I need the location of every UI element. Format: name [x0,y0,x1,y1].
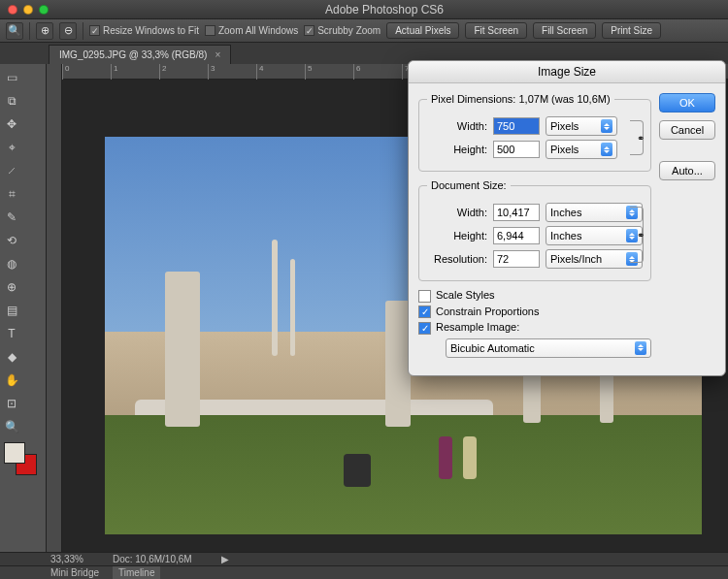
tool-button[interactable]: ⟲ [1,230,22,251]
zoom-in-icon[interactable]: ⊕ [36,22,53,40]
photo-person [439,436,452,479]
tool-button[interactable]: ⧉ [1,90,22,112]
pixel-width-input[interactable] [493,117,540,135]
pixel-dimensions-group: Pixel Dimensions: 1,07M (was 10,6M) Widt… [418,93,651,172]
scale-styles-checkbox[interactable]: Scale Styles [418,289,651,303]
tool-button[interactable]: ▭ [1,67,22,88]
tool-button[interactable]: ⟋ [1,160,22,181]
timeline-tab[interactable]: Timeline [113,566,160,579]
fit-screen-button[interactable]: Fit Screen [465,22,527,39]
zoom-level[interactable]: 33,33% [50,554,83,564]
constrain-link-icon: ⚭ [630,120,644,155]
doc-width-unit-select[interactable]: Inches [546,203,643,222]
minimize-window-button[interactable] [23,5,33,15]
scrubby-zoom-checkbox[interactable]: Scrubby Zoom [304,25,381,36]
pixel-height-input[interactable] [493,141,540,158]
app-title: Adobe Photoshop CS6 [49,3,720,16]
resample-label: Resample Image: [436,321,519,333]
pixel-height-unit-select[interactable]: Pixels [546,140,617,159]
ok-button[interactable]: OK [659,93,715,113]
tools-panel: ▭⧉✥⌖⟋⌗✎⟲◍⊕▤T◆✋⊡🔍 [0,64,47,552]
width-label: Width: [427,120,487,132]
tool-button[interactable]: ✋ [1,370,22,391]
width-label: Width: [427,207,487,218]
photo-obelisk [272,240,278,356]
options-bar: 🔍 ⊕ ⊖ Resize Windows to Fit Zoom All Win… [0,19,728,43]
actual-pixels-button[interactable]: Actual Pixels [386,22,459,39]
tool-button[interactable]: T [1,323,22,344]
auto-button[interactable]: Auto... [659,161,715,180]
tool-button[interactable]: 🔍 [1,416,22,437]
select-arrows-icon [635,341,646,355]
unit-label: Pixels [550,144,579,155]
select-arrows-icon [601,143,612,156]
photo-grass [105,415,702,534]
resize-to-fit-label: Resize Windows to Fit [103,25,199,36]
image-size-dialog: Image Size Pixel Dimensions: 1,07M (was … [408,60,726,376]
play-icon[interactable]: ▶ [221,554,229,564]
pixel-dimensions-legend: Pixel Dimensions: 1,07M (was 10,6M) [427,93,614,105]
doc-height-input[interactable] [493,227,540,244]
tool-button[interactable]: ✎ [1,207,22,228]
resample-image-checkbox[interactable]: Resample Image: [418,321,651,335]
bottom-panel-tabs: Mini Bridge Timeline [0,565,728,579]
document-tab-label: IMG_0295.JPG @ 33,3% (RGB/8) [59,49,207,60]
document-tab[interactable]: IMG_0295.JPG @ 33,3% (RGB/8) × [49,45,231,64]
divider [83,22,83,40]
doc-info: Doc: 10,6M/10,6M [113,554,192,564]
zoom-all-checkbox[interactable]: Zoom All Windows [205,25,298,36]
tool-button[interactable]: ◍ [1,253,22,274]
close-window-button[interactable] [8,5,17,15]
foreground-color-swatch[interactable] [4,442,25,464]
photo-statue [165,272,200,427]
unit-label: Inches [550,230,581,241]
cancel-button[interactable]: Cancel [659,120,715,140]
unit-label: Inches [550,207,581,218]
photo-trashcan [344,454,371,487]
tool-button[interactable]: ⌗ [1,183,22,205]
scrubby-label: Scrubby Zoom [317,25,381,36]
resize-to-fit-checkbox[interactable]: Resize Windows to Fit [89,25,199,36]
dialog-title: Image Size [409,61,725,83]
doc-height-unit-select[interactable]: Inches [546,226,643,245]
height-label: Height: [427,144,487,155]
height-label: Height: [427,230,487,241]
close-tab-icon[interactable]: × [215,49,220,60]
resolution-input[interactable] [493,250,540,268]
photo-person [463,436,477,479]
fill-screen-button[interactable]: Fill Screen [533,22,596,39]
zoom-tool-icon[interactable]: 🔍 [6,22,23,40]
color-swatches[interactable] [0,442,43,481]
zoom-all-label: Zoom All Windows [218,25,298,36]
resolution-label: Resolution: [427,253,487,265]
tool-button[interactable]: ✥ [1,113,22,135]
window-titlebar: Adobe Photoshop CS6 [0,0,728,19]
ruler-vertical[interactable] [47,64,62,552]
zoom-out-icon[interactable]: ⊖ [59,22,77,40]
constrain-label: Constrain Proportions [436,306,539,317]
constrain-link-icon: ⚭ [630,207,644,263]
select-arrows-icon [601,119,612,133]
zoom-window-button[interactable] [39,5,49,15]
divider [29,22,30,40]
unit-label: Pixels [550,120,579,132]
tool-button[interactable]: ◆ [1,346,22,368]
doc-width-input[interactable] [493,204,540,221]
document-size-group: Document Size: Width: Inches Height: Inc… [418,179,651,281]
resample-method-select[interactable]: Bicubic Automatic [446,338,651,358]
tool-button[interactable]: ▤ [1,300,22,321]
mini-bridge-tab[interactable]: Mini Bridge [50,567,99,578]
status-bar: 33,33% Doc: 10,6M/10,6M ▶ [0,552,728,565]
resolution-unit-select[interactable]: Pixels/Inch [546,249,643,269]
print-size-button[interactable]: Print Size [602,22,661,39]
unit-label: Pixels/Inch [550,253,602,265]
tool-button[interactable]: ⌖ [1,137,22,158]
constrain-proportions-checkbox[interactable]: Constrain Proportions [418,306,651,319]
photo-obelisk [290,259,295,356]
pixel-width-unit-select[interactable]: Pixels [546,116,617,136]
document-size-legend: Document Size: [427,179,511,191]
method-label: Bicubic Automatic [450,342,535,354]
scale-styles-label: Scale Styles [436,289,495,301]
tool-button[interactable]: ⊡ [1,393,22,414]
tool-button[interactable]: ⊕ [1,276,22,298]
